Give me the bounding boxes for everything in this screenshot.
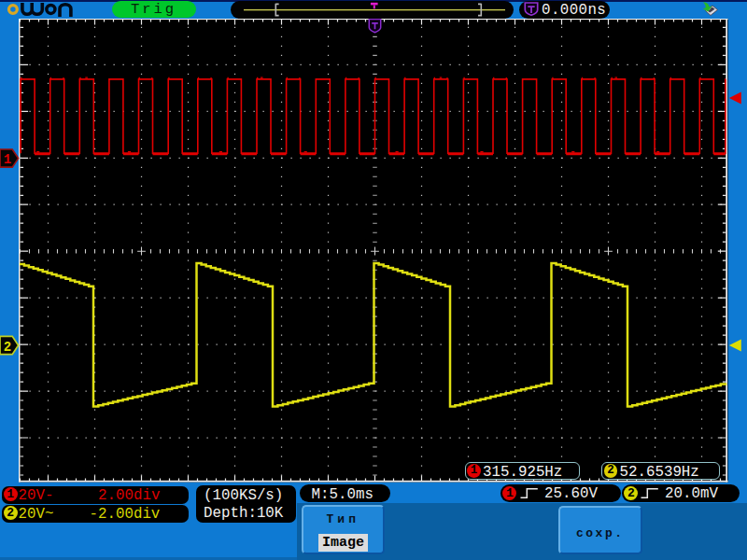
svg-text:1: 1 — [4, 152, 11, 167]
svg-text:2: 2 — [4, 340, 11, 355]
